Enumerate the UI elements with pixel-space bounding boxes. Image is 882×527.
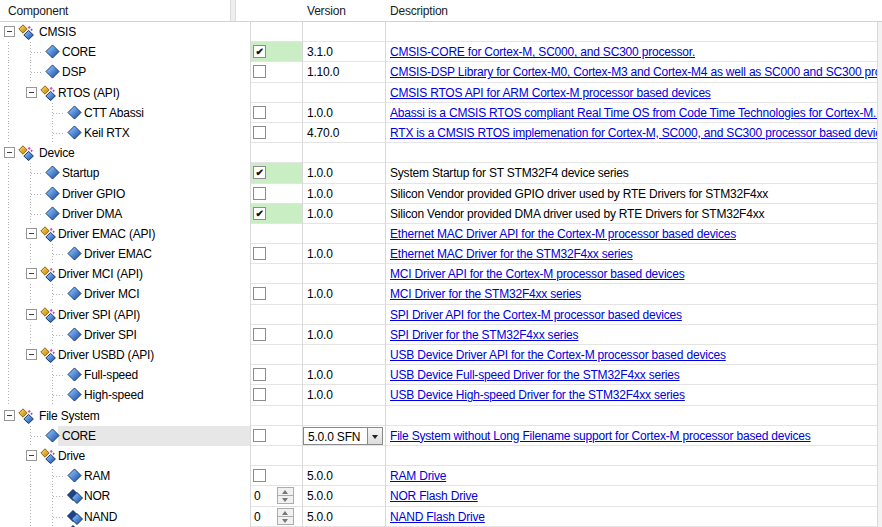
component-label[interactable]: Driver GPIO xyxy=(62,187,125,201)
selection-cell xyxy=(250,264,302,284)
instance-count-value[interactable]: 0 xyxy=(254,489,260,503)
select-checkbox-unchecked[interactable] xyxy=(253,328,266,341)
select-checkbox-unchecked[interactable] xyxy=(253,187,266,200)
instance-count-value[interactable]: 0 xyxy=(254,510,260,524)
component-label[interactable]: Drive xyxy=(58,449,85,463)
component-label[interactable]: Keil RTX xyxy=(84,126,130,140)
selection-cell: 0 xyxy=(250,486,302,506)
collapse-expander-icon[interactable] xyxy=(26,349,37,360)
tree-guide-line xyxy=(8,123,9,143)
component-label[interactable]: Device xyxy=(39,146,74,160)
component-label[interactable]: DSP xyxy=(62,65,86,79)
component-label[interactable]: NAND xyxy=(84,510,117,524)
table-row: Driver SPI (API)SPI Driver API for the C… xyxy=(0,305,882,325)
table-row: Driver EMAC (API)Ethernet MAC Driver API… xyxy=(0,224,882,244)
component-label[interactable]: RTOS (API) xyxy=(58,86,120,100)
component-label[interactable]: CORE xyxy=(62,429,96,443)
select-checkbox-unchecked[interactable] xyxy=(253,429,266,442)
collapse-expander-icon[interactable] xyxy=(26,87,37,98)
select-checkbox-unchecked[interactable] xyxy=(253,247,266,260)
component-icon xyxy=(67,105,83,121)
description-link[interactable]: RAM Drive xyxy=(390,469,446,483)
component-label[interactable]: Driver MCI (API) xyxy=(58,267,143,281)
description-link[interactable]: USB Device Full-speed Driver for the STM… xyxy=(390,368,680,382)
column-header-description: Description xyxy=(390,4,448,18)
collapse-expander-icon[interactable] xyxy=(4,26,15,37)
tree-guide-line xyxy=(8,385,9,405)
description-link[interactable]: CMSIS-DSP Library for Cortex-M0, Cortex-… xyxy=(390,65,877,79)
table-row: Device xyxy=(0,143,882,163)
component-label[interactable]: NOR xyxy=(84,489,110,503)
version-select[interactable]: 5.0.0 SFN xyxy=(303,427,383,445)
component-label[interactable]: Driver EMAC xyxy=(84,247,152,261)
version-value: 1.0.0 xyxy=(307,187,333,201)
component-label[interactable]: Driver DMA xyxy=(62,207,122,221)
component-label[interactable]: Driver USBD (API) xyxy=(58,348,154,362)
select-checkbox-checked[interactable]: ✔ xyxy=(253,207,266,220)
tree-guide-line xyxy=(53,395,65,396)
description-link[interactable]: CMSIS RTOS API for ARM Cortex-M processo… xyxy=(390,86,711,100)
description-cell: CMSIS-CORE for Cortex-M, SC000, and SC30… xyxy=(385,42,877,62)
tree-guide-line xyxy=(8,365,9,385)
component-label[interactable]: RAM xyxy=(84,469,110,483)
description-link[interactable]: MCI Driver API for the Cortex-M processo… xyxy=(390,267,684,281)
tree-guide-line xyxy=(8,345,9,365)
component-label[interactable]: Full-speed xyxy=(84,368,138,382)
selection-cell xyxy=(250,244,302,264)
description-link[interactable]: Abassi is a CMSIS RTOS compliant Real Ti… xyxy=(390,106,877,120)
description-link[interactable]: SPI Driver API for the Cortex-M processo… xyxy=(390,308,682,322)
description-link[interactable]: SPI Driver for the STM32F4xx series xyxy=(390,328,578,342)
collapse-expander-icon[interactable] xyxy=(26,268,37,279)
select-checkbox-checked[interactable]: ✔ xyxy=(253,45,266,58)
select-checkbox-unchecked[interactable] xyxy=(253,65,266,78)
component-label[interactable]: File System xyxy=(39,409,99,423)
description-cell: CMSIS RTOS API for ARM Cortex-M processo… xyxy=(385,83,877,103)
select-checkbox-unchecked[interactable] xyxy=(253,106,266,119)
select-checkbox-unchecked[interactable] xyxy=(253,126,266,139)
selection-cell xyxy=(250,406,302,426)
version-cell: 5.0.0 xyxy=(302,466,385,486)
collapse-expander-icon[interactable] xyxy=(4,147,15,158)
component-label[interactable]: Driver SPI (API) xyxy=(58,308,140,322)
description-link[interactable]: RTX is a CMSIS RTOS implemenation for Co… xyxy=(390,126,877,140)
description-link[interactable]: NAND Flash Drive xyxy=(390,510,485,524)
component-label[interactable]: Driver MCI xyxy=(84,287,139,301)
up-arrow-icon xyxy=(282,490,288,494)
spin-down-button[interactable] xyxy=(277,516,294,525)
component-label[interactable]: CTT Abassi xyxy=(84,106,144,120)
collapse-expander-icon[interactable] xyxy=(26,450,37,461)
component-label[interactable]: CMSIS xyxy=(39,25,76,39)
description-link[interactable]: Ethernet MAC Driver for the STM32F4xx se… xyxy=(390,247,633,261)
select-checkbox-unchecked[interactable] xyxy=(253,388,266,401)
collapse-expander-icon[interactable] xyxy=(26,309,37,320)
tree-guide-line xyxy=(31,214,43,215)
description-link[interactable]: USB Device Driver API for the Cortex-M p… xyxy=(390,348,726,362)
component-group-icon xyxy=(40,307,56,323)
description-link[interactable]: USB Device High-speed Driver for the STM… xyxy=(390,388,685,402)
component-label[interactable]: Startup xyxy=(62,166,99,180)
version-cell: 1.0.0 xyxy=(302,103,385,123)
component-label[interactable]: Driver EMAC (API) xyxy=(58,227,155,241)
tree-guide-line xyxy=(53,476,65,477)
tree-guide-line xyxy=(31,436,43,437)
version-value: 1.0.0 xyxy=(307,328,333,342)
column-splitter[interactable] xyxy=(230,0,236,21)
collapse-expander-icon[interactable] xyxy=(26,228,37,239)
description-link[interactable]: MCI Driver for the STM32F4xx series xyxy=(390,287,581,301)
description-link[interactable]: NOR Flash Drive xyxy=(390,489,478,503)
collapse-expander-icon[interactable] xyxy=(4,410,15,421)
component-label[interactable]: High-speed xyxy=(84,388,143,402)
component-label[interactable]: Driver SPI xyxy=(84,328,137,342)
spin-down-button[interactable] xyxy=(277,495,294,504)
select-checkbox-unchecked[interactable] xyxy=(253,469,266,482)
component-label[interactable]: CORE xyxy=(62,45,96,59)
select-checkbox-unchecked[interactable] xyxy=(253,368,266,381)
description-link[interactable]: File System without Long Filename suppor… xyxy=(390,429,811,443)
select-checkbox-checked[interactable]: ✔ xyxy=(253,166,266,179)
select-checkbox-unchecked[interactable] xyxy=(253,287,266,300)
dropdown-button[interactable] xyxy=(367,428,382,444)
description-cell: File System without Long Filename suppor… xyxy=(385,426,877,446)
checkmark-icon: ✔ xyxy=(254,166,265,179)
description-link[interactable]: Ethernet MAC Driver API for the Cortex-M… xyxy=(390,227,736,241)
description-link[interactable]: CMSIS-CORE for Cortex-M, SC000, and SC30… xyxy=(390,45,695,59)
